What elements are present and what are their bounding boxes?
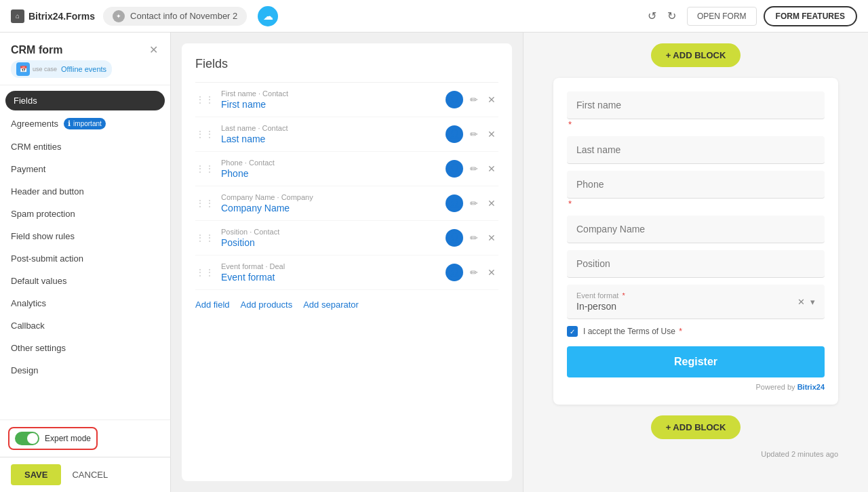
preview-select-eventformat[interactable]: Event format * In-person ✕ ▾ [567,285,825,319]
preview-input-company[interactable] [567,216,825,243]
sidebar-item-callback[interactable]: Callback [0,314,170,337]
delete-field-phone[interactable]: ✕ [485,161,498,177]
form-preview: * * Event format * In-person [553,78,838,405]
edit-field-lastname[interactable]: ✏ [467,126,481,142]
field-user-icon-3: 👤 [446,160,463,178]
field-actions-firstname: 👤 ✏ ✕ [446,91,498,108]
open-form-button[interactable]: OPEN FORM [687,7,757,26]
field-info-lastname: Last name · Contact Last name [221,124,446,144]
select-label: Event format * In-person [576,291,797,312]
required-star-firstname: * [568,119,572,129]
logo-area: ⌂ Bitrix24.Forms [11,9,95,23]
clear-icon[interactable]: ✕ [797,297,805,307]
field-actions-phone: 👤 ✏ ✕ [446,160,498,178]
field-user-icon-4: 👤 [446,194,463,212]
sidebar-item-fields[interactable]: Fields [5,91,165,110]
field-row-firstname: ⋮⋮ First name · Contact First name 👤 ✏ ✕ [195,83,498,117]
field-name-eventformat: Event format [221,272,446,283]
edit-field-eventformat[interactable]: ✏ [467,264,481,281]
undo-button[interactable]: ↺ [644,7,660,25]
preview-input-firstname[interactable] [567,91,825,119]
field-info-company: Company Name · Company Company Name [221,193,446,213]
register-button[interactable]: Register [567,346,825,377]
field-name-firstname: First name [221,99,446,110]
drag-handle-position[interactable]: ⋮⋮ [195,232,214,243]
field-info-firstname: First name · Contact First name [221,89,446,110]
sidebar-item-payment[interactable]: Payment [0,158,170,180]
sidebar-item-agreements[interactable]: Agreements ℹ important [0,112,170,136]
delete-field-position[interactable]: ✕ [485,230,498,246]
field-meta-eventformat: Event format · Deal [221,262,446,270]
sidebar-item-field-show[interactable]: Field show rules [0,225,170,247]
chevron-down-icon[interactable]: ▾ [810,297,815,307]
use-case-name: Offline events [61,65,106,73]
powered-by: Powered by Bitrix24 [567,383,825,391]
edit-field-firstname[interactable]: ✏ [467,91,481,108]
add-products-button[interactable]: Add products [241,300,293,310]
drag-handle-firstname[interactable]: ⋮⋮ [195,94,214,105]
drag-handle-lastname[interactable]: ⋮⋮ [195,129,214,140]
add-field-button[interactable]: Add field [195,300,230,310]
sidebar-item-crm-entities[interactable]: CRM entities [0,136,170,158]
preview-field-firstname: * [567,91,825,129]
field-row-phone: ⋮⋮ Phone · Contact Phone 👤 ✏ ✕ [195,152,498,186]
preview-input-lastname[interactable] [567,136,825,164]
field-name-lastname: Last name [221,134,446,144]
add-block-top-button[interactable]: + ADD BLOCK [651,43,741,67]
drag-handle-eventformat[interactable]: ⋮⋮ [195,267,214,278]
edit-field-company[interactable]: ✏ [467,195,481,211]
delete-field-eventformat[interactable]: ✕ [485,264,498,281]
sidebar-item-design[interactable]: Design [0,359,170,382]
sidebar-item-other-settings[interactable]: Other settings [0,337,170,359]
required-star-terms: * [679,327,682,336]
sidebar-item-analytics[interactable]: Analytics [0,292,170,314]
use-case-prefix: use case [33,66,57,73]
preview-input-position[interactable] [567,250,825,278]
crm-form-title: CRM form [11,44,62,56]
form-title: Contact info of November 2 [130,11,237,21]
expert-mode-footer: Expert mode [0,419,170,457]
field-name-position: Position [221,237,446,248]
use-case-icon: 📅 [16,62,30,76]
sidebar-item-post-submit[interactable]: Post-submit action [0,247,170,270]
delete-field-lastname[interactable]: ✕ [485,126,498,142]
drag-handle-company[interactable]: ⋮⋮ [195,198,214,209]
preview-field-phone: * [567,171,825,209]
field-actions-lastname: 👤 ✏ ✕ [446,125,498,143]
redo-button[interactable]: ↻ [663,7,680,25]
field-info-position: Position · Contact Position [221,228,446,248]
drag-handle-phone[interactable]: ⋮⋮ [195,163,214,174]
expert-mode-label: Expert mode [45,434,91,443]
field-actions-company: 👤 ✏ ✕ [446,194,498,212]
add-separator-button[interactable]: Add separator [303,300,359,310]
right-preview: + ADD BLOCK * * Event format [524,33,868,492]
field-meta-firstname: First name · Contact [221,89,446,98]
sidebar-item-header-button[interactable]: Header and button [0,180,170,203]
close-sidebar-button[interactable]: ✕ [148,42,159,58]
preview-input-phone[interactable] [567,171,825,199]
sidebar-item-default-values[interactable]: Default values [0,270,170,292]
form-title-bar[interactable]: ✦ Contact info of November 2 [103,7,247,26]
terms-checkbox[interactable]: ✓ [567,326,578,337]
field-actions-position: 👤 ✏ ✕ [446,229,498,247]
field-info-phone: Phone · Contact Phone [221,159,446,179]
sidebar-title-row: CRM form ✕ [11,42,159,58]
form-features-button[interactable]: FORM FEATURES [764,6,857,26]
sidebar-item-spam-protection[interactable]: Spam protection [0,203,170,225]
expert-mode-toggle[interactable] [15,432,39,445]
field-row-lastname: ⋮⋮ Last name · Contact Last name 👤 ✏ ✕ [195,117,498,152]
terms-checkbox-row: ✓ I accept the Terms of Use * [567,326,825,337]
save-button[interactable]: SAVE [11,464,61,485]
edit-field-position[interactable]: ✏ [467,230,481,246]
delete-field-firstname[interactable]: ✕ [485,91,498,108]
field-meta-position: Position · Contact [221,228,446,236]
add-block-bottom-button[interactable]: + ADD BLOCK [651,415,741,439]
fields-card: Fields ⋮⋮ First name · Contact First nam… [182,43,512,481]
field-name-company: Company Name [221,203,446,213]
edit-field-phone[interactable]: ✏ [467,161,481,177]
delete-field-company[interactable]: ✕ [485,195,498,211]
terms-label: I accept the Terms of Use * [583,327,682,336]
toggle-knob [27,433,38,444]
sidebar-header: CRM form ✕ 📅 use case Offline events [0,33,170,85]
cancel-button[interactable]: CANCEL [66,464,113,485]
